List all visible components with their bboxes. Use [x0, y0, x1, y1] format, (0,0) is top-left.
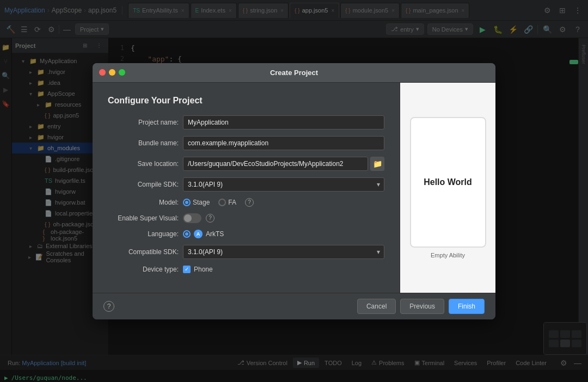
device-type-row: Device type: ✓ Phone [108, 266, 384, 273]
minimize-button[interactable] [109, 69, 115, 76]
compile-sdk-label: Compile SDK: [108, 181, 179, 188]
device-type-label: Device type: [108, 266, 179, 273]
arkts-icon: A [194, 230, 203, 238]
stage-radio-dot [183, 199, 191, 206]
project-name-label: Project name: [108, 119, 179, 126]
previous-button[interactable]: Previous [400, 299, 444, 314]
compatible-sdk-select[interactable]: 3.1.0(API 9) [183, 245, 384, 259]
compile-sdk-row: Compile SDK: 3.1.0(API 9) ▾ [108, 177, 384, 192]
preview-label: Empty Ability [431, 252, 465, 258]
compatible-sdk-select-wrap: 3.1.0(API 9) ▾ [183, 245, 384, 259]
folder-browse-button[interactable]: 📁 [370, 157, 384, 171]
save-location-wrap: 📁 [183, 157, 384, 171]
modal-form: Configure Your Project Project name: Bun… [93, 83, 400, 293]
save-location-input[interactable] [183, 157, 368, 171]
finish-button[interactable]: Finish [449, 299, 485, 314]
bundle-name-row: Bundle name: [108, 136, 384, 150]
create-project-modal: Create Project Configure Your Project Pr… [93, 63, 495, 319]
footer-help-icon[interactable]: ? [103, 301, 114, 312]
project-name-row: Project name: [108, 115, 384, 130]
bundle-name-input[interactable] [183, 136, 384, 150]
bundle-name-label: Bundle name: [108, 139, 179, 147]
modal-title: Create Project [270, 69, 318, 77]
fa-radio-dot [218, 199, 226, 206]
traffic-lights [99, 69, 125, 76]
phone-checkbox-icon: ✓ [183, 266, 191, 273]
save-location-label: Save location: [108, 160, 179, 168]
modal-body: Configure Your Project Project name: Bun… [93, 83, 495, 293]
super-visual-label: Enable Super Visual: [108, 214, 179, 222]
super-visual-toggle-wrap: ? [183, 213, 384, 223]
device-phone-checkbox[interactable]: ✓ Phone [183, 266, 213, 273]
language-row: Language: A ArkTS [108, 230, 384, 238]
preview-hello-text: Hello World [424, 177, 472, 187]
modal-preview: Hello World Empty Ability [400, 83, 495, 293]
maximize-button[interactable] [119, 69, 125, 76]
modal-footer: ? Cancel Previous Finish [93, 293, 495, 319]
model-radio-group: Stage FA ? [183, 198, 384, 207]
super-visual-toggle[interactable] [183, 213, 201, 223]
super-visual-row: Enable Super Visual: ? [108, 213, 384, 223]
cancel-button[interactable]: Cancel [357, 299, 396, 314]
language-label: Language: [108, 230, 179, 238]
modal-titlebar: Create Project [93, 63, 495, 83]
model-row: Model: Stage FA ? [108, 198, 384, 207]
compile-sdk-select[interactable]: 3.1.0(API 9) [183, 177, 384, 192]
compatible-sdk-label: Compatible SDK: [108, 248, 179, 256]
close-button[interactable] [99, 69, 106, 76]
project-name-input[interactable] [183, 115, 384, 130]
language-radio: A ArkTS [183, 230, 384, 238]
arkts-radio-dot [183, 230, 191, 238]
modal-footer-buttons: Cancel Previous Finish [357, 299, 485, 314]
form-heading: Configure Your Project [108, 96, 384, 106]
compile-sdk-select-wrap: 3.1.0(API 9) ▾ [183, 177, 384, 192]
model-label: Model: [108, 199, 179, 206]
model-help-icon[interactable]: ? [245, 198, 254, 207]
super-visual-help-icon[interactable]: ? [206, 214, 215, 223]
save-location-row: Save location: 📁 [108, 157, 384, 171]
toggle-knob [184, 214, 192, 222]
compatible-sdk-row: Compatible SDK: 3.1.0(API 9) ▾ [108, 245, 384, 259]
modal-overlay: Create Project Configure Your Project Pr… [0, 0, 588, 382]
model-fa-radio[interactable]: FA [218, 199, 236, 206]
model-stage-radio[interactable]: Stage [183, 199, 210, 206]
preview-phone-frame: Hello World [410, 117, 486, 248]
